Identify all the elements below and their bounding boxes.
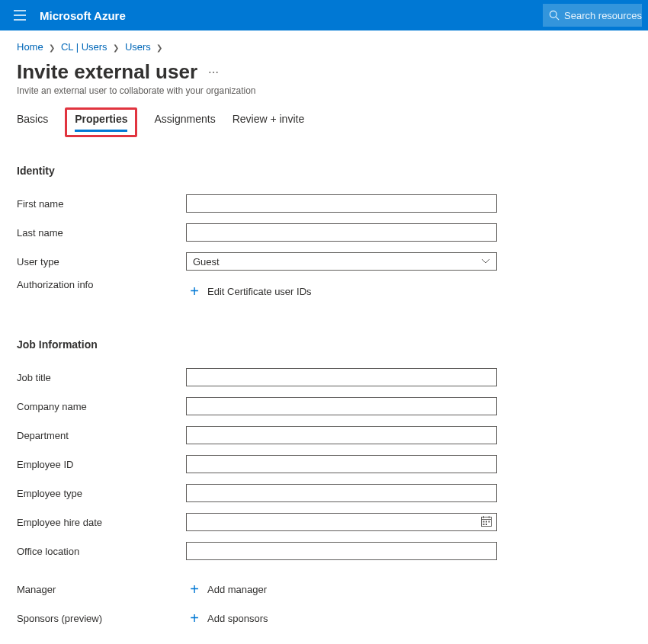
first-name-input[interactable]: [186, 194, 497, 213]
svg-rect-6: [483, 521, 485, 523]
last-name-input[interactable]: [186, 223, 497, 242]
plus-icon: +: [188, 610, 201, 626]
breadcrumb-home[interactable]: Home: [17, 41, 43, 53]
highlight-box: Properties: [65, 107, 137, 137]
search-icon: [549, 10, 560, 21]
department-input[interactable]: [186, 426, 497, 444]
edit-cert-label: Edit Certificate user IDs: [207, 286, 312, 297]
user-type-select[interactable]: Guest: [186, 252, 497, 271]
employee-hire-date-label: Employee hire date: [17, 517, 186, 528]
job-title-label: Job title: [17, 372, 186, 383]
job-title-input[interactable]: [186, 368, 497, 386]
calendar-icon[interactable]: [480, 515, 492, 530]
svg-rect-9: [483, 524, 485, 525]
plus-icon: +: [188, 582, 201, 597]
company-name-input[interactable]: [186, 397, 497, 415]
svg-rect-7: [486, 521, 487, 523]
hamburger-menu-icon[interactable]: [11, 6, 29, 24]
chevron-down-icon: [481, 256, 490, 267]
employee-id-input[interactable]: [186, 455, 497, 473]
add-sponsors-label: Add sponsors: [207, 613, 268, 624]
manager-label: Manager: [17, 584, 186, 595]
employee-id-label: Employee ID: [17, 459, 186, 470]
section-identity-title: Identity: [17, 165, 631, 177]
page-subtitle: Invite an external user to collaborate w…: [17, 85, 631, 96]
tabs: Basics Properties Assignments Review + i…: [17, 113, 631, 137]
employee-type-input[interactable]: [186, 484, 497, 502]
employee-type-label: Employee type: [17, 488, 186, 499]
office-location-input[interactable]: [186, 542, 497, 560]
search-placeholder: Search resources: [564, 10, 642, 21]
breadcrumb: Home ❯ CL | Users ❯ Users ❯: [17, 41, 631, 53]
user-type-value: Guest: [193, 256, 220, 268]
svg-line-1: [556, 17, 559, 20]
svg-rect-10: [486, 524, 487, 525]
first-name-label: First name: [17, 198, 186, 210]
auth-info-label: Authorization info: [17, 279, 186, 290]
user-type-label: User type: [17, 256, 186, 268]
chevron-right-icon: ❯: [156, 43, 162, 52]
edit-cert-user-ids-button[interactable]: + Edit Certificate user IDs: [186, 284, 312, 299]
chevron-right-icon: ❯: [49, 43, 55, 52]
add-manager-label: Add manager: [207, 584, 267, 595]
breadcrumb-users[interactable]: Users: [125, 41, 151, 53]
tab-review-invite[interactable]: Review + invite: [233, 113, 305, 137]
svg-point-0: [550, 11, 557, 18]
department-label: Department: [17, 430, 186, 441]
more-actions-icon[interactable]: ⋯: [208, 66, 220, 78]
section-job-title: Job Information: [17, 338, 631, 351]
add-manager-button[interactable]: + Add manager: [186, 582, 267, 597]
tab-assignments[interactable]: Assignments: [154, 113, 215, 137]
brand-label: Microsoft Azure: [40, 9, 126, 22]
plus-icon: +: [188, 284, 201, 299]
page-title: Invite external user: [17, 60, 197, 84]
svg-rect-8: [489, 521, 490, 523]
sponsors-label: Sponsors (preview): [17, 613, 186, 624]
top-bar: Microsoft Azure Search resources: [0, 0, 648, 30]
breadcrumb-cl-users[interactable]: CL | Users: [61, 41, 107, 53]
tab-properties[interactable]: Properties: [75, 113, 127, 132]
employee-hire-date-input[interactable]: [186, 513, 497, 531]
search-input[interactable]: Search resources: [543, 4, 642, 27]
chevron-right-icon: ❯: [113, 43, 119, 52]
office-location-label: Office location: [17, 546, 186, 557]
last-name-label: Last name: [17, 227, 186, 239]
content-area: Home ❯ CL | Users ❯ Users ❯ Invite exter…: [0, 30, 648, 644]
add-sponsors-button[interactable]: + Add sponsors: [186, 610, 268, 626]
company-name-label: Company name: [17, 401, 186, 412]
tab-basics[interactable]: Basics: [17, 113, 48, 137]
